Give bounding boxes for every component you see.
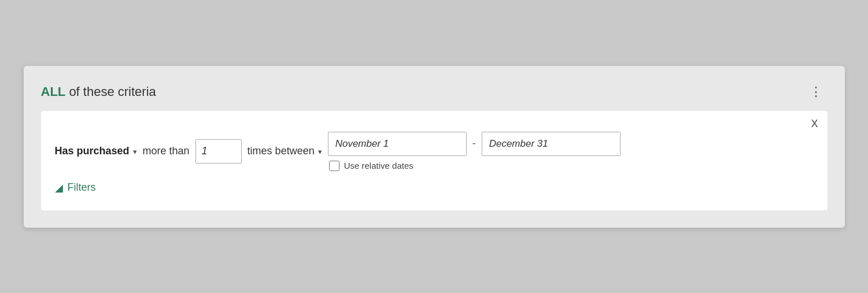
start-date-input[interactable] (328, 132, 467, 156)
dates-inline: - (328, 132, 620, 156)
filter-icon: ◢ (55, 181, 63, 194)
end-date-input[interactable] (482, 132, 620, 156)
filters-row: ◢ Filters (55, 181, 814, 194)
date-separator: - (472, 138, 476, 150)
panel-header: ALL of these criteria ⋮ (41, 83, 828, 101)
times-between-dropdown[interactable]: times between ▾ (248, 145, 322, 157)
relative-dates-label[interactable]: Use relative dates (344, 161, 413, 170)
filters-label: Filters (68, 181, 96, 194)
criteria-panel: ALL of these criteria ⋮ X Has purchased … (24, 66, 845, 228)
panel-title-rest: of these criteria (65, 84, 156, 99)
dates-group: - Use relative dates (328, 132, 620, 171)
times-number-input[interactable] (195, 139, 242, 164)
times-between-label: times between (248, 145, 315, 157)
times-between-chevron-icon: ▾ (318, 147, 322, 156)
criteria-row: Has purchased ▾ more than times between … (55, 132, 814, 171)
condition-card: X Has purchased ▾ more than times betwee… (41, 111, 828, 210)
filters-button[interactable]: ◢ Filters (55, 181, 96, 194)
relative-dates-row: Use relative dates (329, 161, 620, 171)
has-purchased-chevron-icon: ▾ (133, 147, 137, 156)
close-button[interactable]: X (811, 118, 818, 130)
has-purchased-label: Has purchased (55, 145, 130, 157)
relative-dates-checkbox[interactable] (329, 161, 339, 171)
panel-title: ALL of these criteria (41, 84, 156, 99)
more-options-button[interactable]: ⋮ (805, 83, 828, 101)
more-than-label: more than (143, 145, 190, 157)
all-text: ALL (41, 84, 66, 99)
has-purchased-dropdown[interactable]: Has purchased ▾ (55, 145, 137, 157)
